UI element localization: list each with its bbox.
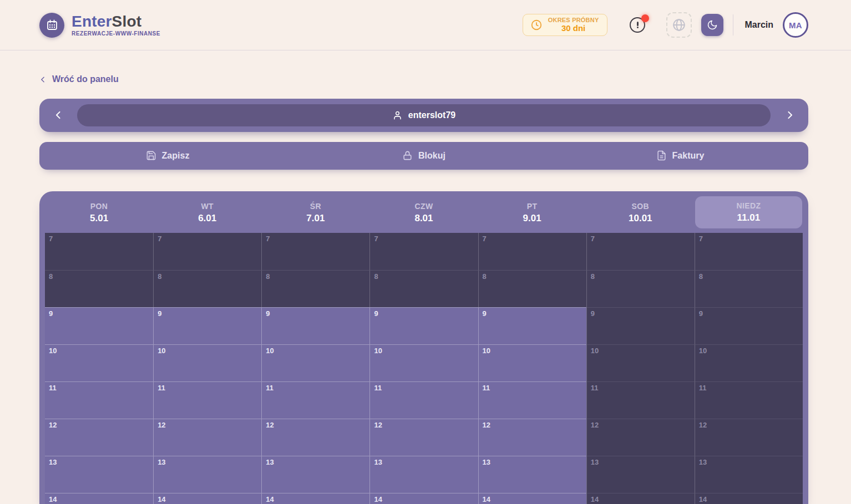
day-date: 7.01 xyxy=(306,213,325,224)
invoices-label: Faktury xyxy=(672,151,705,161)
slot-czw-14[interactable]: 14 xyxy=(369,493,478,504)
slot-pt-10[interactable]: 10 xyxy=(478,344,586,381)
slot-wt-8[interactable]: 8 xyxy=(153,270,261,307)
slot-pt-7[interactable]: 7 xyxy=(478,233,586,270)
slot-śr-14[interactable]: 14 xyxy=(261,493,369,504)
hour-label: 13 xyxy=(699,458,707,466)
slot-śr-11[interactable]: 11 xyxy=(261,381,369,419)
slot-wt-10[interactable]: 10 xyxy=(153,344,261,381)
slot-czw-8[interactable]: 8 xyxy=(369,270,478,307)
slot-wt-13[interactable]: 13 xyxy=(153,456,261,493)
day-header-niedz[interactable]: NIEDZ 11.01 xyxy=(695,196,802,228)
slot-czw-11[interactable]: 11 xyxy=(369,381,478,419)
calendar-day-header: PON 5.01 WT 6.01 ŚR 7.01 CZW 8.01 PT 9.0… xyxy=(45,191,803,233)
trial-badge-texts: OKRES PRÓBNY 30 dni xyxy=(548,17,599,33)
slot-pon-14[interactable]: 14 xyxy=(45,493,153,504)
slot-pt-13[interactable]: 13 xyxy=(478,456,586,493)
day-header-sr[interactable]: ŚR 7.01 xyxy=(261,191,369,233)
next-resource-button[interactable] xyxy=(771,99,808,132)
day-header-czw[interactable]: CZW 8.01 xyxy=(369,191,478,233)
slot-pt-9[interactable]: 9 xyxy=(478,307,586,344)
day-date: 11.01 xyxy=(737,212,761,223)
slot-czw-7[interactable]: 7 xyxy=(369,233,478,270)
slot-wt-14[interactable]: 14 xyxy=(153,493,261,504)
slot-sob-8[interactable]: 8 xyxy=(586,270,695,307)
prev-resource-button[interactable] xyxy=(39,99,77,132)
notifications-button[interactable] xyxy=(630,17,646,33)
slot-sob-9[interactable]: 9 xyxy=(586,307,695,344)
trial-badge[interactable]: OKRES PRÓBNY 30 dni xyxy=(523,14,608,36)
save-button[interactable]: Zapisz xyxy=(39,142,296,170)
hour-label: 11 xyxy=(49,384,57,392)
slot-śr-13[interactable]: 13 xyxy=(261,456,369,493)
slot-niedz-13[interactable]: 13 xyxy=(695,456,803,493)
slot-czw-9[interactable]: 9 xyxy=(369,307,478,344)
day-date: 9.01 xyxy=(523,213,541,224)
language-button[interactable] xyxy=(666,12,692,38)
slot-sob-14[interactable]: 14 xyxy=(586,493,695,504)
slot-sob-13[interactable]: 13 xyxy=(586,456,695,493)
slot-sob-7[interactable]: 7 xyxy=(586,233,695,270)
hour-label: 8 xyxy=(49,272,53,281)
day-header-sob[interactable]: SOB 10.01 xyxy=(586,191,695,233)
dark-mode-toggle[interactable] xyxy=(701,14,723,36)
hour-label: 13 xyxy=(49,458,57,466)
hour-label: 12 xyxy=(483,421,490,429)
slot-wt-7[interactable]: 7 xyxy=(153,233,261,270)
slot-pt-11[interactable]: 11 xyxy=(478,381,586,419)
slot-śr-12[interactable]: 12 xyxy=(261,419,369,456)
slot-pt-8[interactable]: 8 xyxy=(478,270,586,307)
hour-label: 11 xyxy=(158,384,165,392)
hour-label: 10 xyxy=(49,347,57,355)
slot-niedz-8[interactable]: 8 xyxy=(695,270,803,307)
avatar[interactable]: MA xyxy=(783,12,808,38)
slot-czw-12[interactable]: 12 xyxy=(369,419,478,456)
slot-pt-14[interactable]: 14 xyxy=(478,493,586,504)
slot-niedz-10[interactable]: 10 xyxy=(695,344,803,381)
day-date: 5.01 xyxy=(90,213,108,224)
slot-pon-13[interactable]: 13 xyxy=(45,456,153,493)
slot-pon-8[interactable]: 8 xyxy=(45,270,153,307)
hour-label: 14 xyxy=(374,495,382,503)
slot-wt-11[interactable]: 11 xyxy=(153,381,261,419)
slot-śr-10[interactable]: 10 xyxy=(261,344,369,381)
back-to-panel-link[interactable]: Wróć do panelu xyxy=(39,74,119,84)
slot-pon-10[interactable]: 10 xyxy=(45,344,153,381)
current-resource[interactable]: enterslot79 xyxy=(77,104,771,126)
day-header-wt[interactable]: WT 6.01 xyxy=(153,191,261,233)
slot-wt-9[interactable]: 9 xyxy=(153,307,261,344)
slot-pt-12[interactable]: 12 xyxy=(478,419,586,456)
slot-niedz-12[interactable]: 12 xyxy=(695,419,803,456)
slot-niedz-9[interactable]: 9 xyxy=(695,307,803,344)
app-logo[interactable]: EnterSlot REZERWACJE-WWW-FINANSE xyxy=(39,13,160,38)
slot-pon-12[interactable]: 12 xyxy=(45,419,153,456)
day-name: PON xyxy=(90,202,108,211)
brand-name: EnterSlot xyxy=(72,13,160,29)
invoices-button[interactable]: Faktury xyxy=(552,142,808,170)
slot-pon-11[interactable]: 11 xyxy=(45,381,153,419)
slot-sob-11[interactable]: 11 xyxy=(586,381,695,419)
slot-wt-12[interactable]: 12 xyxy=(153,419,261,456)
user-name: Marcin xyxy=(744,20,773,30)
hour-label: 8 xyxy=(483,272,487,281)
slot-śr-8[interactable]: 8 xyxy=(261,270,369,307)
notification-badge-dot xyxy=(641,14,649,22)
slot-śr-7[interactable]: 7 xyxy=(261,233,369,270)
day-header-pt[interactable]: PT 9.01 xyxy=(478,191,586,233)
hour-label: 7 xyxy=(49,235,53,243)
slot-sob-10[interactable]: 10 xyxy=(586,344,695,381)
slot-pon-9[interactable]: 9 xyxy=(45,307,153,344)
slot-czw-13[interactable]: 13 xyxy=(369,456,478,493)
block-button[interactable]: Blokuj xyxy=(296,142,552,170)
day-header-pon[interactable]: PON 5.01 xyxy=(45,191,153,233)
hour-label: 10 xyxy=(374,347,382,355)
hour-label: 8 xyxy=(374,272,378,281)
slot-śr-9[interactable]: 9 xyxy=(261,307,369,344)
slot-niedz-7[interactable]: 7 xyxy=(695,233,803,270)
slot-sob-12[interactable]: 12 xyxy=(586,419,695,456)
slot-niedz-11[interactable]: 11 xyxy=(695,381,803,419)
slot-pon-7[interactable]: 7 xyxy=(45,233,153,270)
slot-czw-10[interactable]: 10 xyxy=(369,344,478,381)
day-date: 6.01 xyxy=(198,213,216,224)
slot-niedz-14[interactable]: 14 xyxy=(695,493,803,504)
